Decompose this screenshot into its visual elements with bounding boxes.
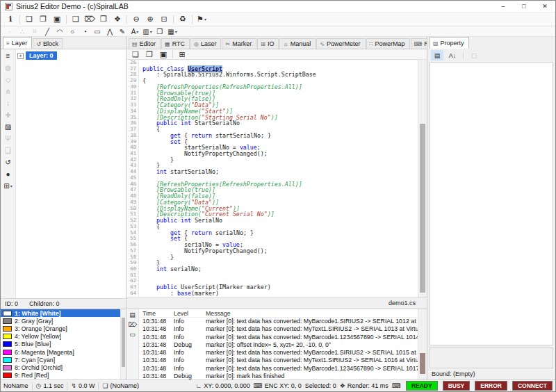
- open-button[interactable]: ❐: [37, 14, 49, 24]
- log-message-cell: marker [0]: offset index= 5, xyzt= 20, -…: [206, 341, 418, 349]
- status-busy[interactable]: BUSY: [443, 381, 471, 391]
- tab-powermeter[interactable]: ∿PowerMeter: [316, 38, 365, 49]
- draw-polyline-button[interactable]: ⋀: [104, 27, 115, 35]
- script-new-button[interactable]: ❏: [129, 49, 142, 60]
- draw-barcode-button[interactable]: ▥▾: [142, 27, 153, 35]
- prop-categorized-button[interactable]: ▤: [431, 50, 443, 60]
- block-button[interactable]: ↺: [2, 158, 15, 167]
- new-button[interactable]: ❏: [23, 14, 35, 24]
- toolbar-separator: [463, 51, 464, 60]
- log-row[interactable]: 10:31:48Debugmarker [0]: offset index= 5…: [139, 341, 418, 349]
- log-level-cell: Info: [174, 334, 206, 341]
- draw-arc-button[interactable]: ◠: [54, 27, 65, 35]
- tab-block[interactable]: ↺Block: [33, 38, 63, 49]
- draw-text-button[interactable]: A▾: [129, 27, 140, 35]
- layer-tab-icon: ≡: [6, 40, 10, 47]
- pen-color-item[interactable]: 4: Yellow [Yellow]: [1, 333, 126, 341]
- pen-color-item[interactable]: 6: Magenta [Magenta]: [1, 348, 126, 356]
- tab-layer[interactable]: ≡Layer: [3, 37, 32, 49]
- pen-color-item[interactable]: 5: Blue [Blue]: [1, 341, 126, 348]
- tab-label: Laser: [201, 40, 217, 47]
- maximize-button[interactable]: □: [514, 1, 534, 12]
- import-button[interactable]: ⊞▾: [2, 181, 15, 190]
- tree-item-layer0[interactable]: Layer: 0: [26, 51, 57, 60]
- zoom-out-button[interactable]: ⊖: [130, 14, 142, 24]
- scrollbar-thumb[interactable]: [420, 353, 425, 374]
- about-button[interactable]: ℹ: [4, 14, 17, 24]
- tab-marker[interactable]: ✂Marker: [222, 38, 256, 49]
- statusbar-separator: [67, 382, 67, 390]
- log-clear-button[interactable]: ⌦: [128, 320, 138, 329]
- log-message-cell: marker [0]: text data has converted: MyB…: [206, 318, 418, 325]
- tab-manual[interactable]: ☼Manual: [279, 38, 316, 49]
- hatch-button[interactable]: ▨: [2, 122, 15, 131]
- editor-scrollbar[interactable]: [418, 60, 427, 297]
- draw-spiral-button[interactable]: ◔: [79, 27, 90, 35]
- pen-color-item[interactable]: 1: White [White]: [1, 309, 126, 317]
- scrollbar-thumb[interactable]: [420, 124, 425, 293]
- layers-button[interactable]: ≡: [2, 51, 15, 60]
- draw-circle-button[interactable]: ○: [67, 27, 78, 35]
- script-open-button[interactable]: ❐: [143, 49, 156, 60]
- main-toolbar: ℹ❏❐▣❑⌦❒❖⊖⊕⊡♻⚑▾: [1, 13, 555, 26]
- log-row[interactable]: 10:31:48Infomarker [0]: text data has co…: [139, 365, 418, 373]
- document-icon: ❏: [102, 382, 108, 389]
- draw-line-button[interactable]: ╱: [42, 27, 53, 35]
- log-folder-button[interactable]: ▭: [128, 330, 138, 338]
- tab-powermap[interactable]: ∷PowerMap: [366, 38, 410, 49]
- status-ready[interactable]: READY: [406, 381, 438, 391]
- draw-rectangle-button[interactable]: ▭: [92, 27, 103, 35]
- pen-color-item[interactable]: 9: Red [Red]: [1, 372, 126, 379]
- zoom-fit-button[interactable]: ⊡: [158, 14, 170, 24]
- measure-button[interactable]: ⚑▾: [195, 14, 208, 24]
- draw-barcode-icon: ▥: [142, 28, 149, 35]
- log-row[interactable]: 10:31:48Infomarker [0]: text data has co…: [139, 357, 418, 364]
- code-line: 44 int startSerialNo;: [126, 169, 427, 175]
- tab-property[interactable]: ▤Property: [430, 37, 469, 49]
- minimize-button[interactable]: –: [493, 1, 514, 12]
- log-console-icon: ▤: [129, 311, 136, 318]
- draw-stamp-button[interactable]: ❒: [154, 27, 165, 35]
- open-icon: ❐: [40, 15, 47, 24]
- tab-io[interactable]: ⊞IO: [257, 38, 279, 49]
- fill-button[interactable]: ●: [2, 170, 15, 179]
- tab-rtc[interactable]: ▦RTC: [161, 38, 190, 49]
- copy-button[interactable]: ❑: [70, 14, 82, 24]
- draw-vertex-button[interactable]: ✎: [117, 27, 128, 35]
- prop-alphabetical-button[interactable]: A↓: [446, 50, 459, 60]
- status-xy-label: XY: 0.000, 0.000: [204, 382, 250, 389]
- code-editor[interactable]: 2627public class UserScript28 : SpiralLa…: [126, 60, 427, 297]
- log-scrollbar[interactable]: [418, 309, 427, 379]
- log-console-button[interactable]: ▤: [128, 311, 138, 319]
- log-row[interactable]: 10:31:48Infomarker [0]: text data has co…: [139, 349, 418, 357]
- color-list-scrollbar[interactable]: [120, 309, 126, 379]
- script-save-button[interactable]: ▣: [157, 49, 170, 60]
- save-button[interactable]: ▣: [51, 14, 63, 24]
- delete-all-button[interactable]: ♻: [177, 14, 189, 24]
- tab-laser[interactable]: ◎Laser: [190, 38, 222, 49]
- status-enc: ⌨ENC XY: 0, 0: [254, 382, 302, 389]
- pen-color-item[interactable]: 2: Gray [Gray]: [1, 317, 126, 325]
- tree-expander-icon[interactable]: +: [17, 53, 24, 59]
- draw-image-button[interactable]: ▦▾: [167, 27, 178, 35]
- log-row[interactable]: 10:31:48Debugmarker [0]: mark has finish…: [139, 373, 418, 379]
- close-button[interactable]: ✕: [534, 1, 555, 12]
- log-row[interactable]: 10:31:48Infomarker [0]: text data has co…: [139, 318, 418, 325]
- log-row[interactable]: 10:31:48Infomarker [0]: text data has co…: [139, 325, 418, 333]
- paste-button[interactable]: ❒: [97, 14, 110, 24]
- property-grid[interactable]: [430, 62, 553, 345]
- pen-color-item[interactable]: 8: Orchid [Orchid]: [1, 364, 126, 371]
- pen-color-item[interactable]: 3: Orange [Orange]: [1, 325, 126, 332]
- tab-editor[interactable]: ▤Editor: [129, 38, 161, 49]
- color-label: 9: Red [Red]: [15, 372, 49, 379]
- pen-color-item[interactable]: 7: Cyan [Cyan]: [1, 356, 126, 364]
- log-row[interactable]: 10:31:48Infomarker [0]: text data has co…: [139, 334, 418, 341]
- zoom-in-button[interactable]: ⊕: [144, 14, 156, 24]
- scrollbar-thumb[interactable]: [122, 318, 125, 367]
- draw-point-icon: ·: [8, 28, 10, 35]
- status-connect[interactable]: CONNECT: [512, 381, 553, 391]
- script-apply-button[interactable]: ⊞: [176, 49, 188, 60]
- delete-entity-button[interactable]: ⌦: [83, 14, 96, 24]
- status-error[interactable]: ERROR: [475, 381, 507, 391]
- paste-special-button[interactable]: ❖: [111, 14, 124, 24]
